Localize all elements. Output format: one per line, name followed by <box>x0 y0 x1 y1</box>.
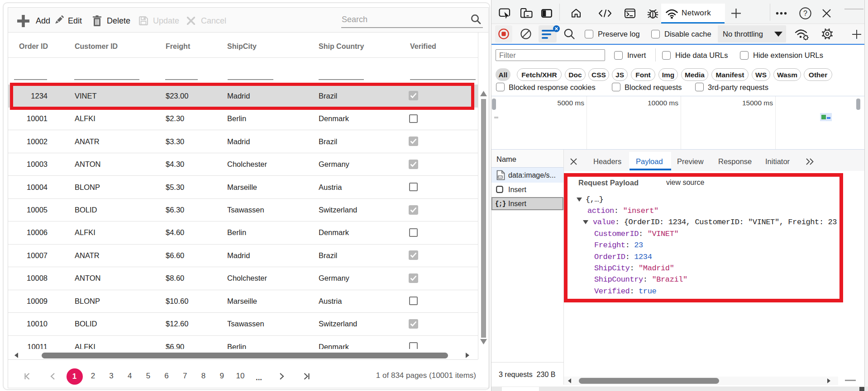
svg-text:TXT: TXT <box>498 176 502 179</box>
svg-text:?: ? <box>803 9 807 17</box>
